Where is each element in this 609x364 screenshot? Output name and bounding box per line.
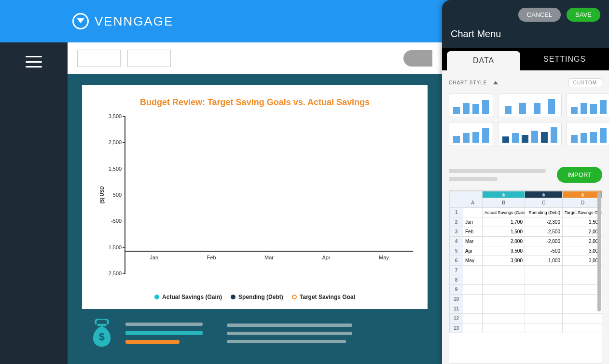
svg-text:$: $ xyxy=(99,331,105,343)
sheet-col-header[interactable]: D xyxy=(563,198,603,208)
sheet-cell[interactable] xyxy=(463,285,483,295)
sheet-col-header[interactable]: C xyxy=(525,198,563,208)
sheet-cell[interactable] xyxy=(525,314,563,324)
sheet-cell[interactable] xyxy=(563,266,603,275)
legend-label: Actual Savings (Gain) xyxy=(162,294,222,300)
sheet-cell[interactable]: 2,000 xyxy=(563,237,603,246)
sheet-cell[interactable]: 3,000 xyxy=(483,256,525,266)
sheet-cell[interactable]: May xyxy=(463,256,483,266)
sheet-cell[interactable]: 2,000 xyxy=(483,237,525,246)
sheet-cell[interactable]: -500 xyxy=(525,246,563,256)
sheet-cell[interactable]: Apr xyxy=(463,246,483,256)
y-axis-ticks: 3,500 2,500 1,500 500 -500 -1,500 -2,500 xyxy=(105,116,125,273)
venngage-logo-icon xyxy=(72,13,89,29)
sheet-cell[interactable]: -2,000 xyxy=(525,237,563,246)
sheet-cell[interactable] xyxy=(483,304,525,314)
sheet-cell[interactable] xyxy=(463,314,483,324)
sheet-cell[interactable]: 1,500 xyxy=(483,227,525,237)
sheet-cell[interactable] xyxy=(525,304,563,314)
sheet-cell[interactable]: -2,500 xyxy=(525,227,563,237)
sheet-col-header[interactable]: A xyxy=(463,198,483,208)
sheet-cell[interactable]: -1,000 xyxy=(525,256,563,266)
sheet-cell[interactable] xyxy=(525,266,563,275)
import-button[interactable]: IMPORT xyxy=(557,167,602,183)
sheet-header-cell[interactable]: Spending (Debt) xyxy=(525,208,563,217)
sheet-cell[interactable] xyxy=(483,314,525,324)
sheet-cell[interactable] xyxy=(563,295,603,304)
style-thumb-5[interactable] xyxy=(498,122,562,146)
design-footer-row: $ xyxy=(82,319,428,348)
sheet-cell[interactable]: 3,500 xyxy=(483,246,525,256)
chart-plot-area: ($) USD 3,500 2,500 1,500 500 -500 -1,50… xyxy=(97,116,413,273)
sheet-cell[interactable]: 3,000 xyxy=(563,256,603,266)
tab-settings[interactable]: SETTINGS xyxy=(520,48,609,70)
toolbar-collapsed-button[interactable] xyxy=(403,50,432,67)
style-thumb-4[interactable] xyxy=(449,122,493,146)
style-thumb-6[interactable] xyxy=(567,122,609,146)
sheet-cell[interactable] xyxy=(563,285,603,295)
save-button[interactable]: SAVE xyxy=(567,8,600,22)
legend-label: Spending (Debt) xyxy=(238,294,283,300)
chart-style-row: CHART STYLE CUSTOM xyxy=(449,78,602,87)
sheet-cell[interactable]: 2,000 xyxy=(563,227,603,237)
sheet-cell[interactable] xyxy=(483,285,525,295)
sheet-cell[interactable] xyxy=(483,266,525,275)
app-root: VENNGAGE Budget Review: Target Saving Go… xyxy=(0,0,609,364)
chart-legend: Actual Savings (Gain) Spending (Debt) Ta… xyxy=(97,294,413,300)
toolbar-field-2[interactable] xyxy=(127,50,171,67)
design-canvas: Budget Review: Target Saving Goals vs. A… xyxy=(68,74,442,364)
sheet-cell[interactable] xyxy=(463,295,483,304)
sheet-cell[interactable]: Jan xyxy=(463,217,483,227)
custom-style-button[interactable]: CUSTOM xyxy=(568,78,602,87)
sheet-cell[interactable] xyxy=(463,266,483,275)
sheet-cell[interactable] xyxy=(525,324,563,333)
y-axis-label: ($) USD xyxy=(97,186,105,203)
sheet-cell[interactable]: -2,300 xyxy=(525,217,563,227)
sheet-cell[interactable] xyxy=(525,275,563,285)
sheet-cell[interactable]: Feb xyxy=(463,227,483,237)
editor-toolbar xyxy=(68,42,442,74)
import-row: IMPORT xyxy=(449,167,602,183)
sheet-cell[interactable]: 1,700 xyxy=(483,217,525,227)
sheet-cell[interactable]: 3,000 xyxy=(563,246,603,256)
sheet-cell[interactable]: Mar xyxy=(463,237,483,246)
chart-style-label: CHART STYLE xyxy=(449,80,487,85)
cancel-button[interactable]: CANCEL xyxy=(518,8,561,22)
chart-title: Budget Review: Target Saving Goals vs. A… xyxy=(97,97,413,108)
style-thumb-2[interactable] xyxy=(498,93,562,117)
sheet-cell[interactable]: 1,500 xyxy=(563,217,603,227)
moneybag-icon: $ xyxy=(88,319,116,348)
sheet-cell[interactable] xyxy=(483,275,525,285)
brand-logo[interactable]: VENNGAGE xyxy=(72,13,173,29)
sheet-cell[interactable] xyxy=(563,314,603,324)
sheet-header-cell[interactable]: Target Savings Goal xyxy=(563,208,603,217)
chart-card[interactable]: Budget Review: Target Saving Goals vs. A… xyxy=(82,85,428,309)
x-axis-ticks: Jan Feb Mar Apr May xyxy=(125,255,413,260)
menu-icon[interactable] xyxy=(26,56,42,67)
sheet-col-header[interactable]: B xyxy=(483,198,525,208)
sheet-cell[interactable] xyxy=(483,324,525,333)
sheet-header-cell[interactable]: Actual Savings (Gain) xyxy=(483,208,525,217)
sheet-cell[interactable] xyxy=(563,324,603,333)
data-sheet[interactable]: ABCD1Actual Savings (Gain)Spending (Debt… xyxy=(449,190,602,364)
chart-menu-body: CHART STYLE CUSTOM IMPORT xyxy=(442,70,609,364)
sheet-cell[interactable] xyxy=(525,285,563,295)
style-thumb-1[interactable] xyxy=(449,93,493,117)
brand-name: VENNGAGE xyxy=(95,14,173,29)
sheet-cell[interactable] xyxy=(525,295,563,304)
sheet-cell[interactable] xyxy=(563,275,603,285)
sheet-cell[interactable] xyxy=(483,295,525,304)
sheet-cell[interactable] xyxy=(463,275,483,285)
tab-data[interactable]: DATA xyxy=(447,51,520,70)
chart-menu-panel: CANCEL SAVE Chart Menu DATA SETTINGS CHA… xyxy=(442,0,609,364)
x-tick: May xyxy=(379,255,389,260)
sheet-header-cell[interactable] xyxy=(463,208,483,217)
toolbar-field-1[interactable] xyxy=(77,50,121,67)
sheet-cell[interactable] xyxy=(463,304,483,314)
x-axis-line xyxy=(125,251,413,252)
sheet-cell[interactable] xyxy=(463,324,483,333)
style-thumb-3[interactable] xyxy=(567,93,609,117)
sheet-cell[interactable] xyxy=(563,304,603,314)
x-tick: Mar xyxy=(264,255,274,260)
chevron-up-icon[interactable] xyxy=(493,81,498,84)
